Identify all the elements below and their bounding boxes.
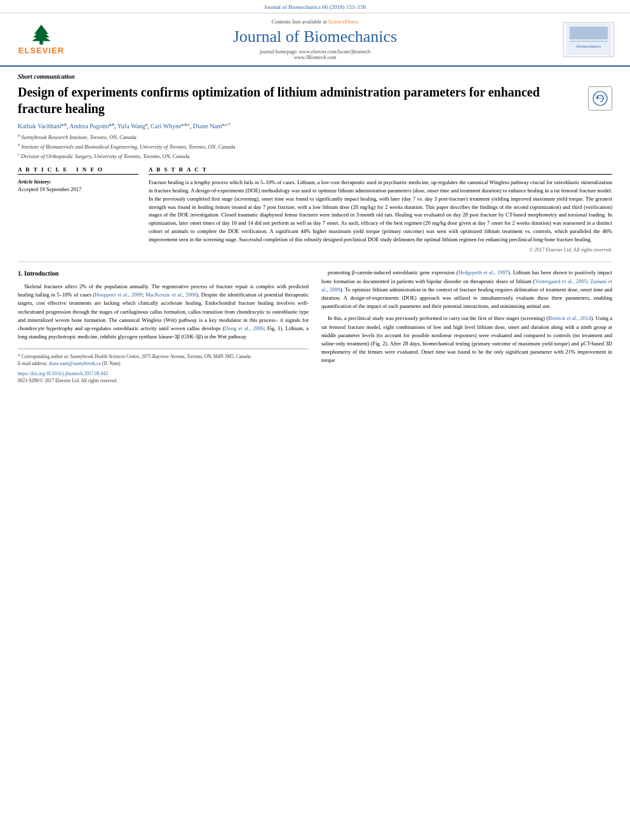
elsevier-tree-icon [22,23,60,46]
check-updates-label: Check for updates [592,90,608,107]
intro-para-right-1: promoting β-catenin-induced osteoblastic… [321,269,612,310]
header-right: biomechanics [560,22,617,57]
intro-para-left: Skeletal fractures affect 2% of the popu… [18,283,309,341]
svg-rect-5 [570,27,608,39]
sciencedirect-link[interactable]: ScienceDirect [328,18,359,25]
author-nam[interactable]: Diane Nam [193,123,222,130]
body-columns: 1. Introduction Skeletal fractures affec… [18,269,612,384]
ref-vestergaard[interactable]: Vestergaard et al., 2005 [535,278,587,284]
sciencedirect-line: Contents lists available at ScienceDirec… [76,18,554,25]
copyright-line: © 2017 Elsevier Ltd. All rights reserved… [149,247,612,253]
body-col-right: promoting β-catenin-induced osteoblastic… [321,269,612,384]
issn-line: 0021-9290/© 2017 Elsevier Ltd. All right… [18,377,309,384]
ref-dong[interactable]: Dong et al., 2006 [225,325,264,331]
check-updates-badge: Check for updates [588,86,612,110]
author-whyne[interactable]: Cari Whyne [151,123,181,130]
ref-mackenzie[interactable]: MacKenzie et al., 2006 [145,291,196,298]
header-area: ELSEVIER Contents lists available at Sci… [0,13,630,67]
article-type: Short communication [18,73,612,80]
article-accepted-date: Accepted 19 September 2017 [18,186,138,192]
intro-para-right-2: In this, a preclinical study was previou… [321,314,612,364]
ref-hedgepeth[interactable]: Hedgepeth et al., 1997 [459,269,508,276]
biomechanics-cover-icon: biomechanics [566,23,611,55]
author-vachhani[interactable]: Kathak Vachhani [18,123,61,130]
affiliations: a Sunnybrook Research Institute, Toronto… [18,132,612,160]
section1-title: 1. Introduction [18,269,309,279]
section-divider [18,262,612,262]
abstract-col: A B S T R A C T Fracture healing is a le… [149,166,612,253]
svg-text:updates: updates [596,97,605,100]
authors-line: Kathak Vachhania,b, Andrea Pagottoa,b, Y… [18,122,612,130]
footnote-email: E-mail address: diane.nam@sunnybrook.ca … [18,360,309,367]
header-left: ELSEVIER [13,23,70,55]
affiliation-b: b Institute of Biomaterials and Biomedic… [18,142,612,151]
article-info-header: A R T I C L E I N F O [18,166,138,175]
journal-ref-bar: Journal of Biomechanics 66 (2018) 153–15… [0,0,630,13]
affiliation-c: c Division of Orthopaedic Surgery, Unive… [18,151,612,161]
ref-hoeppner[interactable]: Hoeppner et al., 2009 [95,291,142,298]
article-info-col: A R T I C L E I N F O Article history: A… [18,166,138,253]
journal-homepage: journal homepage: www.elsevier.com/locat… [76,49,554,60]
article-history-label: Article history: [18,178,138,185]
biomechanics-logo-box: biomechanics [563,22,614,57]
ref-bernick[interactable]: Bernick et al., 2014 [548,315,591,321]
header-center: Contents lists available at ScienceDirec… [76,18,554,60]
article-info-abstract-cols: A R T I C L E I N F O Article history: A… [18,166,612,253]
abstract-header: A B S T R A C T [149,166,612,175]
elsevier-wordmark: ELSEVIER [18,46,64,55]
journal-ref-text: Journal of Biomechanics 66 (2018) 153–15… [264,4,366,10]
footnotes: * Corresponding author at: Sunnybrook He… [18,349,309,384]
author-wang[interactable]: Yufa Wang [117,123,145,130]
doi-link[interactable]: https://doi.org/10.1016/j.jbiomech.2017.… [18,371,108,377]
journal-title: Journal of Biomechanics [76,27,554,46]
abstract-text: Fracture healing is a lengthy process wh… [149,178,612,243]
footnote-corresponding: * Corresponding author at: Sunnybrook He… [18,353,309,360]
main-content: Short communication Design of experiment… [0,67,630,394]
check-updates-icon: Check for updates [592,90,608,107]
author-pagotto[interactable]: Andrea Pagotto [69,123,109,130]
body-col-left: 1. Introduction Skeletal fractures affec… [18,269,309,384]
svg-text:biomechanics: biomechanics [577,44,601,49]
email-link[interactable]: diane.nam@sunnybrook.ca [49,361,101,366]
article-title-row: Design of experiments confirms optimizat… [18,84,612,117]
affiliation-a: a Sunnybrook Research Institute, Toronto… [18,132,612,142]
word-three: three [552,295,563,301]
doi-line: https://doi.org/10.1016/j.jbiomech.2017.… [18,370,309,377]
article-title: Design of experiments confirms optimizat… [18,84,582,117]
